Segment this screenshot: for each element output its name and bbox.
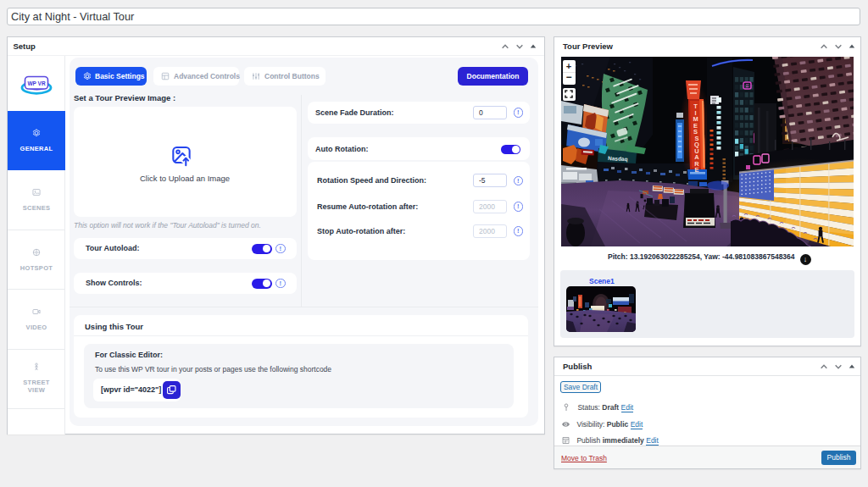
svg-text:E: E	[694, 166, 698, 174]
svg-text:WP VR: WP VR	[27, 80, 45, 86]
